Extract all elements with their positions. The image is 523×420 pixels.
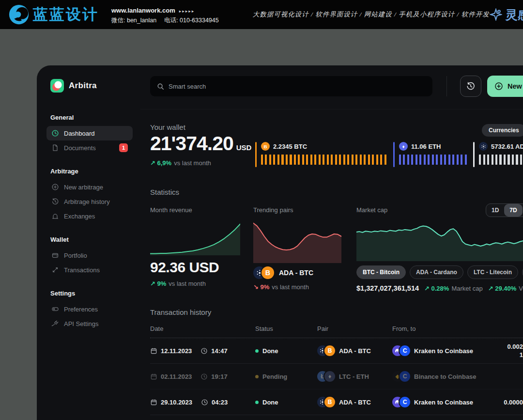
coinbase-coin-icon: C xyxy=(400,345,410,356)
route-icons: C xyxy=(392,345,410,356)
table-row[interactable]: 29.10.202304:23DoneBADA - BTCCKraken to … xyxy=(150,389,523,415)
status-text: Done xyxy=(262,399,278,406)
sidebar-item-label: API Settings xyxy=(64,320,99,327)
cell-status: Pending xyxy=(255,373,317,380)
date-text: 29.10.2023 xyxy=(161,399,192,406)
top-banner: 蓝蓝设计 www.lanlanwork.com▸▸▸▸▸ 微信: ben_lan… xyxy=(0,0,523,29)
time-text: 19:17 xyxy=(211,373,227,380)
statistics-title: Statistics xyxy=(150,188,179,196)
search-input[interactable] xyxy=(169,83,426,90)
holding-eth: ♦11.06 ETH xyxy=(393,142,468,168)
cell-status: Done xyxy=(255,399,317,406)
time-value: 14:47 xyxy=(200,347,227,355)
sidebar-item-api-settings[interactable]: API Settings xyxy=(46,316,133,331)
sidebar-item-portfolio[interactable]: Portfolio xyxy=(46,248,133,263)
sidebar-item-exchanges[interactable]: Exchanges xyxy=(46,209,133,223)
banner-services: 大数据可视化设计 / 软件界面设计 / 网站建设 / 手机及小程序设计 / 软件… xyxy=(253,10,490,19)
amount-line: 0.0000 xyxy=(487,398,523,406)
sidebar-item-label: Dashboard xyxy=(64,130,95,137)
holding-ada: 5732.61 ADA xyxy=(473,142,523,168)
btc-coin-icon: B xyxy=(262,266,274,279)
sidebar-section: GeneralDashboardDocuments1 xyxy=(50,114,140,155)
sidebar-item-preferences[interactable]: Preferences xyxy=(46,302,133,316)
transaction-rows: 12.11.202314:47DoneBADA - BTCCKraken to … xyxy=(150,338,523,415)
cell-route: CKraken to Coinbase xyxy=(392,345,487,356)
range-tab-1d[interactable]: 1D xyxy=(486,204,504,217)
clock-icon xyxy=(200,373,208,380)
brand-name: Arbitra xyxy=(69,81,97,91)
collect-label: 灵感收集 xyxy=(506,7,523,23)
route-text: Binance to Coinbase xyxy=(414,373,477,380)
table-row[interactable]: 02.11.202319:17PendingŁ♦LTC - ETH◆CBinan… xyxy=(150,364,523,389)
sidebar-item-transactions[interactable]: Transactions xyxy=(46,263,133,277)
sidebar-section-label: Arbitrage xyxy=(50,168,140,175)
cell-route: CKraken to Coinbase xyxy=(392,397,487,407)
coin-pill-btc[interactable]: BTC - Bitcoin xyxy=(356,265,406,279)
clock-icon xyxy=(200,347,208,355)
sidebar-item-dashboard[interactable]: Dashboard xyxy=(46,126,133,140)
btc-coin-icon: B xyxy=(324,397,335,407)
status-dot xyxy=(255,401,259,404)
document-icon xyxy=(51,144,59,152)
month-revenue-label: Month revenue xyxy=(150,206,240,214)
coinbase-coin-icon: C xyxy=(400,371,410,382)
table-row[interactable]: 12.11.202314:47DoneBADA - BTCCKraken to … xyxy=(150,338,523,364)
range-tab-7d[interactable]: 7D xyxy=(504,204,522,217)
time-text: 04:23 xyxy=(212,399,228,406)
time-value: 19:17 xyxy=(200,373,227,380)
cap-change-value: 0.28% xyxy=(431,285,449,292)
market-cap-value: $1,327,027,361,514 xyxy=(356,284,419,292)
market-cap-pills: BTC - BitcoinADA - CardanoLTC - Litecoin… xyxy=(356,265,523,279)
month-revenue-change-suffix: vs last month xyxy=(169,280,206,287)
coin-pill-ada[interactable]: ADA - Cardano xyxy=(410,265,463,279)
sidebar-item-label: Exchanges xyxy=(64,213,95,220)
plug-icon xyxy=(51,320,59,327)
date-text: 02.11.2023 xyxy=(161,373,192,380)
cell-date: 02.11.202319:17 xyxy=(150,373,255,380)
sidebar-item-arbitrage-history[interactable]: Arbitrage history xyxy=(46,194,133,209)
btc-coin-icon: B xyxy=(261,142,270,151)
transaction-table: DateStatusPairFrom, to 12.11.202314:47Do… xyxy=(150,325,523,415)
inspiration-collect-link[interactable]: 灵感收集 xyxy=(490,7,523,23)
banner-contact-info: www.lanlanwork.com▸▸▸▸▸ 微信: ben_lanlan电话… xyxy=(111,4,219,25)
wallet-title: Your wallet xyxy=(150,123,185,131)
new-arbitrage-button[interactable]: New a xyxy=(487,76,523,97)
plus-circle-icon xyxy=(494,82,503,91)
sidebar-item-label: Transactions xyxy=(64,266,100,274)
time-text: 14:47 xyxy=(211,347,227,355)
sidebar-section: ArbitrageNew arbitrageArbitrage historyE… xyxy=(50,168,140,223)
month-revenue-change: ↗ 9%vs last month xyxy=(150,280,240,287)
amount-line: 1 xyxy=(487,351,523,359)
trending-pair-icons: B xyxy=(253,266,274,279)
pair-text: ADA - BTC xyxy=(339,347,371,355)
trending-pairs-change: ↘ 9%vs last month xyxy=(253,283,341,291)
search-bar[interactable] xyxy=(150,76,432,96)
cell-pair: Ł♦LTC - ETH xyxy=(317,371,392,382)
holding-label: B2.2345 BTC xyxy=(261,142,388,151)
route-text: Kraken to Coinbase xyxy=(414,399,473,406)
sidebar: Arbitra GeneralDashboardDocuments1Arbitr… xyxy=(37,65,140,420)
history-button[interactable] xyxy=(460,76,481,97)
route-icons: ◆C xyxy=(392,371,410,382)
main-panel: New a Your wallet 21'374.20USD ↗ 6,9%vs … xyxy=(140,65,523,420)
cell-pair: BADA - BTC xyxy=(317,397,392,407)
wallet-tab-currencies[interactable]: Currencies xyxy=(482,124,523,137)
wallet-amount-value: 21'374.20 xyxy=(150,132,233,155)
cell-route: ◆CBinance to Coinbase xyxy=(392,371,487,382)
market-cap-card: Market cap 1D7D1M BTC - BitcoinADA - Car… xyxy=(356,206,523,292)
holding-bars xyxy=(479,155,523,165)
sidebar-item-new-arbitrage[interactable]: New arbitrage xyxy=(46,180,133,194)
search-icon xyxy=(157,83,164,90)
date-value: 29.10.2023 xyxy=(150,399,192,406)
column-header-date: Date xyxy=(150,325,255,332)
eth-coin-icon: ♦ xyxy=(399,142,408,151)
banner-phone: 电话: 010-63334945 xyxy=(164,17,219,24)
status-text: Done xyxy=(262,347,278,355)
column-header-pair: Pair xyxy=(317,325,392,332)
coin-pill-ltc[interactable]: LTC - Litecoin xyxy=(467,265,518,279)
status-text: Pending xyxy=(262,373,287,380)
sidebar-item-documents[interactable]: Documents1 xyxy=(46,140,133,155)
date-text: 12.11.2023 xyxy=(161,347,192,355)
holding-label: 5732.61 ADA xyxy=(479,142,523,151)
cell-amount: 0.0021 xyxy=(487,342,523,359)
